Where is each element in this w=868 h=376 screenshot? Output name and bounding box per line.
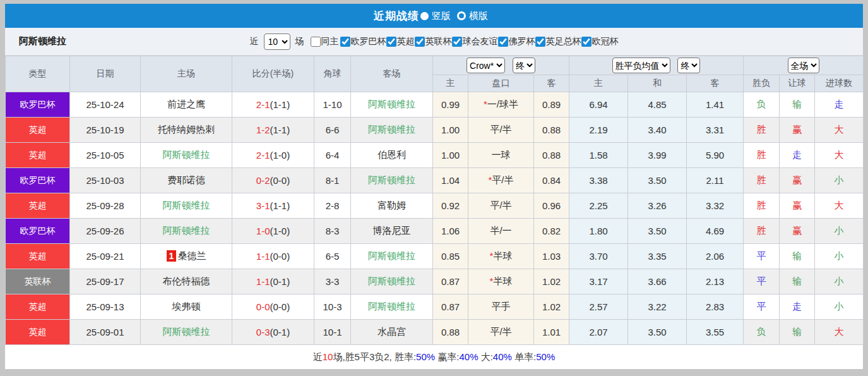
recent-count-select[interactable]: 10 <box>264 33 290 50</box>
away-team-cell: 阿斯顿维拉 <box>351 269 433 294</box>
radio-horizontal-label: 横版 <box>469 10 488 22</box>
corner-cell: 2-8 <box>314 193 351 219</box>
league-cell: 英超 <box>6 143 70 168</box>
filter-item-3[interactable]: 英联杯 <box>415 36 452 47</box>
league-cell: 欧罗巴杯 <box>6 92 70 118</box>
bookmaker-select[interactable]: Crow* <box>467 58 505 73</box>
avg-away-cell: 2.11 <box>687 168 744 193</box>
filter-bar: 阿斯顿维拉 近 10 场 同主欧罗巴杯英超英联杯球会友谊佛罗杯英足总杯欧冠杯 <box>5 28 863 56</box>
filter-item-7[interactable]: 欧冠杯 <box>581 36 619 47</box>
radio-vertical-option[interactable]: 竖版 <box>420 10 457 22</box>
summary-part-0: 近 <box>313 351 323 362</box>
handicap-result-cell: 输 <box>780 269 815 294</box>
fulltime-score: 1-1 <box>256 276 270 287</box>
halftime-score: (0-1) <box>270 327 290 337</box>
filter-checkbox-4[interactable] <box>452 37 462 47</box>
filter-checkbox-5[interactable] <box>498 37 508 47</box>
goals-cell: 走 <box>815 92 864 118</box>
home-team-name: 阿斯顿维拉 <box>163 225 210 236</box>
avg-away-cell: 3.31 <box>687 118 744 143</box>
filter-item-5[interactable]: 佛罗杯 <box>498 36 535 47</box>
filter-checkbox-7[interactable] <box>581 37 592 47</box>
avg-away-cell: 5.90 <box>687 143 744 168</box>
filter-checkbox-3[interactable] <box>415 37 425 47</box>
avg-home-cell: 2.25 <box>569 193 628 219</box>
avg-draw-cell: 3.22 <box>628 294 687 320</box>
halftime-score: (1-1) <box>270 99 290 110</box>
match-row: 欧罗巴杯25-10-24前进之鹰2-1(1-1)1-10阿斯顿维拉0.99*一/… <box>6 92 864 118</box>
filter-item-6[interactable]: 英足总杯 <box>535 36 581 47</box>
radio-horizontal-option[interactable]: 横版 <box>457 10 494 22</box>
filter-checkbox-0[interactable] <box>311 37 321 47</box>
handicap-cell: *半球 <box>468 244 534 269</box>
home-odds-cell: 0.85 <box>433 244 468 269</box>
halftime-score: (1-0) <box>270 226 290 236</box>
filter-label-3: 英联杯 <box>425 36 452 47</box>
away-odds-cell: 1.01 <box>534 320 569 345</box>
col-header-home: 主场 <box>141 56 232 92</box>
handicap-result-cell: 走 <box>780 294 815 320</box>
subcol-handicap-result: 让球 <box>780 75 815 92</box>
result-cell: 胜 <box>744 168 780 193</box>
avg-type-select[interactable]: 胜平负均值 <box>612 58 670 73</box>
goals-cell: 小 <box>815 219 864 244</box>
scope-select[interactable]: 全场 <box>788 58 819 73</box>
avg-draw-cell: 3.66 <box>628 269 687 294</box>
bookmaker-time-select[interactable]: 终 <box>513 58 535 73</box>
filter-label-4: 球会友谊 <box>463 36 498 47</box>
away-odds-cell: 0.96 <box>534 193 569 219</box>
corner-cell: 10-3 <box>314 294 351 320</box>
avg-away-cell: 2.13 <box>687 269 744 294</box>
filter-checkbox-6[interactable] <box>535 37 545 47</box>
fulltime-score: 1-1 <box>256 251 270 262</box>
avg-draw-cell: 3.50 <box>628 219 687 244</box>
home-team-name: 费耶诺德 <box>167 174 205 185</box>
filter-checkbox-2[interactable] <box>386 37 396 47</box>
summary-part-7: 大: <box>479 351 493 362</box>
filter-item-1[interactable]: 欧罗巴杯 <box>340 36 386 47</box>
avg-away-cell: 3.55 <box>687 320 744 345</box>
handicap-cell: 平/半 <box>468 118 534 143</box>
avg-home-cell: 3.70 <box>569 244 628 269</box>
filter-item-2[interactable]: 英超 <box>386 36 415 47</box>
goals-cell: 小 <box>815 269 864 294</box>
result-cell: 平 <box>744 244 780 269</box>
corner-cell: 6-5 <box>314 244 351 269</box>
filter-item-4[interactable]: 球会友谊 <box>452 36 498 47</box>
summary-part-8: 40% <box>493 351 512 362</box>
home-odds-cell: 0.92 <box>433 193 468 219</box>
away-team-cell: 阿斯顿维拉 <box>351 92 433 118</box>
handicap-result-cell: 赢 <box>780 219 815 244</box>
handicap-result-cell: 赢 <box>780 118 815 143</box>
corner-cell: 3-3 <box>314 269 351 294</box>
result-cell: 胜 <box>744 193 780 219</box>
away-odds-cell: 0.84 <box>534 168 569 193</box>
handicap-cell: 平/半 <box>468 193 534 219</box>
home-odds-cell: 0.88 <box>433 320 468 345</box>
score-cell: 1-0(1-0) <box>232 219 314 244</box>
layout-radio-group: 竖版 横版 <box>420 10 494 22</box>
avg-draw-cell: 3.99 <box>628 143 687 168</box>
away-odds-cell: 1.02 <box>534 269 569 294</box>
date-cell: 25-10-05 <box>70 143 141 168</box>
home-team-name: 托特纳姆热刺 <box>158 124 215 135</box>
handicap-cell: 一球 <box>468 143 534 168</box>
filter-item-0[interactable]: 同主 <box>311 36 339 47</box>
filter-label-6: 英足总杯 <box>546 36 581 47</box>
home-team-cell: 埃弗顿 <box>141 294 232 320</box>
avg-time-select[interactable]: 终 <box>677 58 700 73</box>
score-cell: 0-0(0-0) <box>232 294 314 320</box>
corner-cell: 6-6 <box>314 118 351 143</box>
corner-cell: 6-4 <box>314 143 351 168</box>
match-row: 欧罗巴杯25-10-03费耶诺德0-2(0-0)8-1阿斯顿维拉1.04*平/半… <box>6 168 864 193</box>
avg-away-cell: 1.41 <box>687 92 744 118</box>
result-cell: 胜 <box>744 219 780 244</box>
date-cell: 25-10-03 <box>70 168 141 193</box>
filter-label-7: 欧冠杯 <box>592 36 619 47</box>
halftime-score: (1-0) <box>270 150 290 161</box>
recent-suffix-label: 场 <box>295 36 304 47</box>
filter-checkbox-1[interactable] <box>340 37 350 47</box>
date-cell: 25-09-26 <box>70 219 141 244</box>
home-team-cell: 布伦特福德 <box>141 269 232 294</box>
result-cell: 平 <box>744 269 780 294</box>
